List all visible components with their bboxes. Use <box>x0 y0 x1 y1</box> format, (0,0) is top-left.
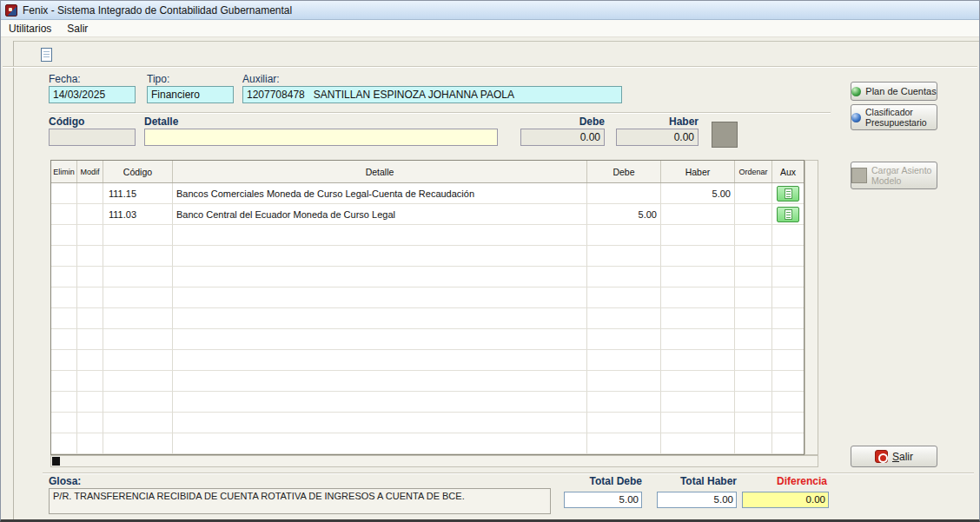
cell-modif <box>77 392 103 413</box>
cell-elimin[interactable] <box>51 204 77 225</box>
cell-codigo[interactable]: 111.15 <box>103 183 173 204</box>
table-row[interactable] <box>51 308 804 329</box>
cell-ordenar[interactable] <box>735 183 772 204</box>
cell-codigo <box>103 371 173 392</box>
header-aux: Aux <box>772 161 804 182</box>
cell-codigo <box>103 308 173 329</box>
green-sphere-icon <box>851 87 861 96</box>
clasificador-label: Clasificador Presupuestario <box>865 107 937 128</box>
salir-button[interactable]: Salir <box>851 446 937 467</box>
blue-sphere-icon <box>851 113 861 122</box>
auxiliar-field[interactable] <box>242 86 622 103</box>
cell-aux <box>772 350 804 371</box>
table-row[interactable] <box>51 350 804 371</box>
glosa-label: Glosa: <box>49 475 81 487</box>
cell-debe[interactable]: 5.00 <box>587 204 661 225</box>
fecha-label: Fecha: <box>49 73 81 85</box>
cell-modif[interactable] <box>77 183 103 204</box>
cell-aux <box>772 246 804 267</box>
entries-table: Elimin Modif Código Detalle Debe Haber O… <box>50 160 805 455</box>
cell-codigo[interactable]: 111.03 <box>103 204 173 225</box>
header-detalle: Detalle <box>173 161 587 182</box>
plan-de-cuentas-button[interactable]: Plan de Cuentas <box>851 82 937 101</box>
haber-input[interactable] <box>616 129 699 146</box>
cell-detalle <box>173 371 587 392</box>
tipo-label: Tipo: <box>147 73 169 85</box>
table-row[interactable] <box>51 267 804 287</box>
codigo-input[interactable] <box>49 129 136 146</box>
cell-detalle[interactable]: Banco Central del Ecuador Moneda de Curs… <box>173 204 587 225</box>
cell-haber <box>661 225 735 246</box>
cell-debe <box>587 433 661 454</box>
debe-input[interactable] <box>520 129 605 146</box>
cargar-asiento-modelo-button[interactable]: Cargar Asiento Modelo <box>851 162 937 189</box>
cell-detalle <box>173 433 587 454</box>
cell-aux[interactable] <box>772 183 804 204</box>
table-row[interactable]: 111.15Bancos Comerciales Moneda de Curso… <box>51 183 804 204</box>
cell-aux <box>772 329 804 350</box>
gray-square-icon <box>851 168 867 183</box>
cargar-asiento-label: Cargar Asiento Modelo <box>871 165 937 186</box>
cell-haber[interactable]: 5.00 <box>661 183 735 204</box>
cell-debe <box>587 225 661 246</box>
cell-codigo <box>103 413 173 433</box>
total-debe-label: Total Debe <box>564 475 642 487</box>
menu-salir[interactable]: Salir <box>59 21 96 36</box>
header-debe: Debe <box>587 161 661 182</box>
cell-haber <box>661 287 735 308</box>
add-entry-button[interactable] <box>712 122 738 148</box>
header-elimin: Elimin <box>51 161 77 182</box>
table-row[interactable]: 111.03Banco Central del Ecuador Moneda d… <box>51 204 804 225</box>
cell-modif[interactable] <box>77 204 103 225</box>
new-entry-button[interactable] <box>36 45 56 64</box>
cell-aux <box>772 392 804 413</box>
menubar: Utilitarios Salir <box>1 20 979 37</box>
total-haber-value: 5.00 <box>657 492 737 508</box>
vertical-scrollbar[interactable] <box>805 160 818 455</box>
cell-debe <box>587 267 661 287</box>
cell-haber <box>661 267 735 287</box>
aux-document-button[interactable] <box>777 186 799 202</box>
cell-codigo <box>103 225 173 246</box>
cell-elimin <box>51 267 77 287</box>
table-row[interactable] <box>51 287 804 308</box>
table-row[interactable] <box>51 225 804 246</box>
table-row[interactable] <box>51 433 804 454</box>
cell-ordenar[interactable] <box>735 204 772 225</box>
table-row[interactable] <box>51 329 804 350</box>
detalle-input[interactable] <box>144 129 498 146</box>
header-haber: Haber <box>661 161 735 182</box>
table-row[interactable] <box>51 246 804 267</box>
cell-detalle[interactable]: Bancos Comerciales Moneda de Curso Legal… <box>173 183 587 204</box>
cell-debe <box>587 329 661 350</box>
fecha-field[interactable] <box>49 86 136 103</box>
cell-haber[interactable] <box>661 204 735 225</box>
cell-detalle <box>173 329 587 350</box>
menu-utilitarios[interactable]: Utilitarios <box>1 21 59 36</box>
horizontal-scrollbar[interactable] <box>50 455 818 467</box>
haber-label: Haber <box>616 116 699 128</box>
app-icon <box>5 4 17 17</box>
cell-detalle <box>173 308 587 329</box>
table-row[interactable] <box>51 392 804 413</box>
aux-document-button[interactable] <box>777 207 799 222</box>
cell-debe[interactable] <box>587 183 661 204</box>
cell-haber <box>661 329 735 350</box>
cell-elimin[interactable] <box>51 183 77 204</box>
header-codigo: Código <box>103 161 173 182</box>
glosa-field[interactable]: P/R. TRANSFERENCIA RECIBIDA DE CUENTA RO… <box>49 488 551 514</box>
cell-elimin <box>51 371 77 392</box>
cell-aux[interactable] <box>772 204 804 225</box>
clasificador-presupuestario-button[interactable]: Clasificador Presupuestario <box>851 104 937 130</box>
cell-codigo <box>103 287 173 308</box>
table-row[interactable] <box>51 413 804 433</box>
cell-detalle <box>173 413 587 433</box>
tipo-field[interactable] <box>147 86 234 103</box>
table-row[interactable] <box>51 371 804 392</box>
horizontal-scrollbar-thumb[interactable] <box>52 457 60 466</box>
cell-debe <box>587 287 661 308</box>
cell-ordenar <box>735 287 772 308</box>
cell-ordenar <box>735 329 772 350</box>
cell-elimin <box>51 246 77 267</box>
table-header: Elimin Modif Código Detalle Debe Haber O… <box>51 161 804 183</box>
